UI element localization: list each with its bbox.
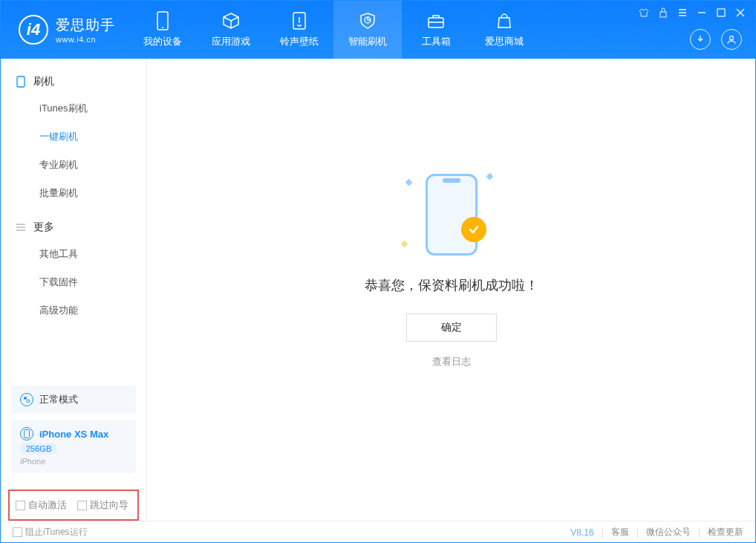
shirt-icon[interactable] xyxy=(638,7,650,19)
cube-icon xyxy=(221,11,241,30)
tab-label: 我的设备 xyxy=(143,35,182,48)
app-header: i4 爱思助手 www.i4.cn 我的设备 应用游戏 铃声壁纸 智能刷机 工具… xyxy=(1,1,755,59)
window-controls xyxy=(638,7,746,19)
wechat-link[interactable]: 微信公众号 xyxy=(646,526,691,539)
storage-badge: 256GB xyxy=(20,443,57,454)
sidebar-item-download-firmware[interactable]: 下载固件 xyxy=(1,268,146,296)
success-message: 恭喜您，保资料刷机成功啦！ xyxy=(365,276,538,294)
tab-label: 工具箱 xyxy=(422,35,451,48)
close-icon[interactable] xyxy=(734,7,746,19)
tab-store[interactable]: 爱思商城 xyxy=(470,1,538,59)
device-type: iPhone xyxy=(20,457,45,466)
device-small-icon xyxy=(20,427,33,440)
separator: | xyxy=(602,527,604,538)
minimize-icon[interactable] xyxy=(696,7,708,19)
status-bar: 阻止iTunes运行 V8.16 | 客服 | 微信公众号 | 检查更新 xyxy=(1,521,755,543)
checkbox-icon[interactable] xyxy=(77,501,87,510)
support-link[interactable]: 客服 xyxy=(611,526,629,539)
svg-rect-5 xyxy=(717,9,725,16)
options-box: 自动激活 跳过向导 xyxy=(8,490,139,521)
menu-icon[interactable] xyxy=(677,7,688,19)
toolbox-icon xyxy=(426,11,446,30)
header-actions xyxy=(690,29,742,50)
checkbox-icon[interactable] xyxy=(13,527,22,537)
success-illustration xyxy=(396,166,507,263)
sidebar-item-other-tools[interactable]: 其他工具 xyxy=(1,240,146,268)
sidebar-item-itunes-flash[interactable]: iTunes刷机 xyxy=(1,94,146,123)
logo-icon: i4 xyxy=(19,15,48,45)
version-label: V8.16 xyxy=(570,527,593,538)
sidebar-group-more[interactable]: 更多 xyxy=(1,215,146,240)
sidebar: 刷机 iTunes刷机 一键刷机 专业刷机 批量刷机 更多 其他工具 下载固件 … xyxy=(1,59,147,521)
mode-label: 正常模式 xyxy=(39,393,78,406)
svg-point-9 xyxy=(27,400,30,403)
device-icon xyxy=(153,11,172,30)
tab-apps-games[interactable]: 应用游戏 xyxy=(197,1,265,59)
sparkle-icon xyxy=(486,173,493,181)
tab-label: 智能刷机 xyxy=(348,35,387,48)
separator: | xyxy=(636,527,639,538)
sidebar-item-batch-flash[interactable]: 批量刷机 xyxy=(1,179,146,207)
option-label: 跳过向导 xyxy=(90,499,128,510)
bag-icon xyxy=(495,11,514,30)
view-log-link[interactable]: 查看日志 xyxy=(432,355,471,368)
list-icon xyxy=(16,222,26,233)
mode-card[interactable]: 正常模式 xyxy=(11,386,136,414)
tab-label: 应用游戏 xyxy=(212,35,250,48)
device-panel: 正常模式 iPhone XS Max 256GB iPhone xyxy=(1,386,146,485)
svg-point-8 xyxy=(24,397,27,400)
app-body: 刷机 iTunes刷机 一键刷机 专业刷机 批量刷机 更多 其他工具 下载固件 … xyxy=(1,59,755,521)
auto-activate-option[interactable]: 自动激活 xyxy=(16,498,67,512)
skip-guide-option[interactable]: 跳过向导 xyxy=(77,498,128,512)
tab-ringtones-wallpapers[interactable]: 铃声壁纸 xyxy=(265,1,333,59)
svg-point-6 xyxy=(730,36,734,40)
download-icon[interactable] xyxy=(690,29,711,50)
check-icon xyxy=(461,217,486,242)
app-url: www.i4.cn xyxy=(56,35,115,44)
footer-right: V8.16 | 客服 | 微信公众号 | 检查更新 xyxy=(570,526,743,539)
block-itunes-option[interactable]: 阻止iTunes运行 xyxy=(13,526,88,539)
logo-text: 爱思助手 www.i4.cn xyxy=(56,16,115,44)
sidebar-item-advanced[interactable]: 高级功能 xyxy=(1,296,146,325)
svg-rect-4 xyxy=(660,12,666,17)
check-update-link[interactable]: 检查更新 xyxy=(708,526,743,539)
group-title: 刷机 xyxy=(33,75,54,88)
svg-rect-10 xyxy=(25,430,30,438)
separator: | xyxy=(698,527,700,538)
tab-label: 爱思商城 xyxy=(485,35,524,48)
device-name: iPhone XS Max xyxy=(39,429,108,440)
maximize-icon[interactable] xyxy=(715,7,727,19)
option-label: 自动激活 xyxy=(28,499,67,510)
lock-icon[interactable] xyxy=(657,7,669,19)
phone-icon xyxy=(16,77,26,87)
main-content: 恭喜您，保资料刷机成功啦！ 确定 查看日志 xyxy=(147,59,755,521)
music-icon xyxy=(290,11,309,30)
tab-label: 铃声壁纸 xyxy=(280,35,319,48)
shield-icon xyxy=(358,11,377,30)
sidebar-item-pro-flash[interactable]: 专业刷机 xyxy=(1,151,146,179)
tab-toolbox[interactable]: 工具箱 xyxy=(402,1,470,59)
app-name: 爱思助手 xyxy=(56,16,115,35)
logo[interactable]: i4 爱思助手 www.i4.cn xyxy=(1,15,128,45)
device-card[interactable]: iPhone XS Max 256GB iPhone xyxy=(11,420,136,473)
phone-icon xyxy=(426,174,478,256)
mode-icon xyxy=(20,393,33,406)
option-label: 阻止iTunes运行 xyxy=(25,527,88,537)
sparkle-icon xyxy=(400,241,408,248)
group-title: 更多 xyxy=(33,221,54,234)
checkbox-icon[interactable] xyxy=(16,501,25,510)
sidebar-group-flash[interactable]: 刷机 xyxy=(1,69,146,94)
tab-my-device[interactable]: 我的设备 xyxy=(128,1,197,59)
ok-button[interactable]: 确定 xyxy=(406,313,497,342)
nav-tabs: 我的设备 应用游戏 铃声壁纸 智能刷机 工具箱 爱思商城 xyxy=(128,1,538,59)
user-icon[interactable] xyxy=(721,29,742,50)
sidebar-item-onekey-flash[interactable]: 一键刷机 xyxy=(1,123,146,151)
sparkle-icon xyxy=(405,179,412,186)
svg-point-1 xyxy=(162,27,163,28)
tab-smart-flash[interactable]: 智能刷机 xyxy=(333,1,402,59)
svg-rect-7 xyxy=(17,77,25,87)
